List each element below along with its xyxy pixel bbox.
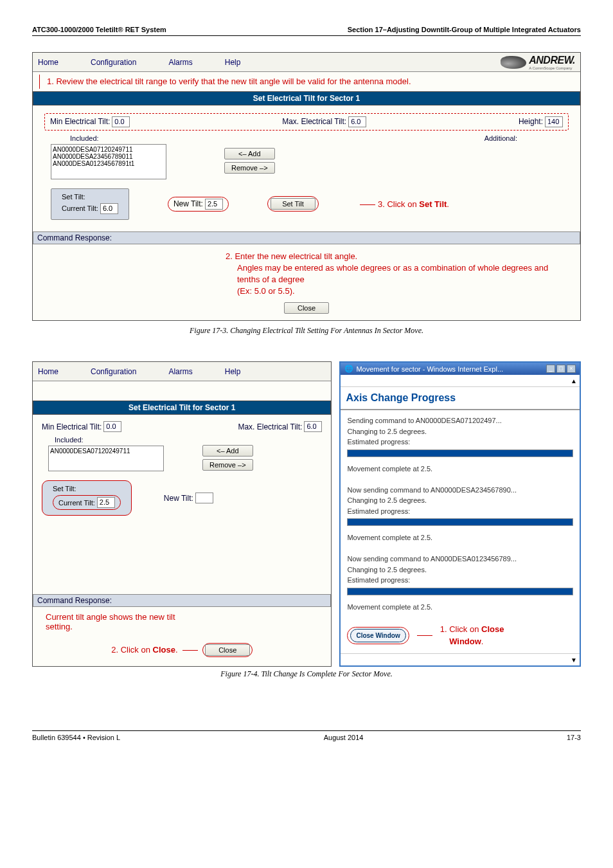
set-tilt-title: Set Tilt: <box>53 485 121 493</box>
progress-bar <box>347 449 573 457</box>
max-tilt-label: Max. Electrical Tilt: <box>238 422 302 431</box>
add-button[interactable]: <– Add <box>224 148 275 159</box>
included-label-2: Included: <box>55 436 322 444</box>
included-block: AN0000DESA07120249711 AN0000DESA23456789… <box>44 142 569 185</box>
sector-banner: Set Electrical Tilt for Sector 1 <box>33 91 580 105</box>
footer-left: Bulletin 639544 • Revision L <box>32 734 120 741</box>
doc-header: ATC300-1000/2000 Teletilt® RET System Se… <box>32 26 581 36</box>
logo-andrew: ANDREW. A CommScope Company <box>501 55 575 70</box>
progress-line: Now sending command to AN0000DESA2345678… <box>347 485 573 496</box>
new-tilt-label: New Tilt: <box>164 494 193 503</box>
menubar-2: Home Configuration Alarms Help <box>33 362 331 381</box>
progress-line: Estimated progress: <box>347 575 573 586</box>
menu-config[interactable]: Configuration <box>91 367 136 376</box>
swoosh-icon <box>501 56 526 69</box>
progress-line: Changing to 2.5 degrees. <box>347 495 573 506</box>
close-window-button[interactable]: Close Window <box>350 629 405 642</box>
logo-text: ANDREW. <box>529 55 575 66</box>
close-button-2[interactable]: Close <box>205 644 250 656</box>
device-list[interactable]: AN0000DESA07120249711 AN0000DESA23456789… <box>51 144 166 179</box>
min-tilt-label: Min Electrical Tilt: <box>50 117 110 126</box>
progress-line: Movement complete at 2.5. <box>347 532 573 543</box>
min-tilt-input[interactable]: 0.0 <box>112 116 130 127</box>
progress-line: Sending command to AN0000DESA071202497..… <box>347 415 573 426</box>
set-tilt-row: Set Tilt: Current Tilt: 6.0 New Tilt: 2.… <box>44 185 569 224</box>
progress-line: Changing to 2.5 degrees. <box>347 565 573 575</box>
command-response-label-2: Command Response: <box>33 594 331 607</box>
additional-label: Additional: <box>484 134 517 142</box>
doc-header-right: Section 17–Adjusting Downtilt-Group of M… <box>348 26 581 33</box>
progress-line: Movement complete at 2.5. <box>347 464 573 475</box>
set-tilt-button[interactable]: Set Tilt <box>271 198 315 210</box>
annotation-step2: 2. Enter the new electrical tilt angle. … <box>33 244 580 300</box>
command-response-label: Command Response: <box>33 231 580 244</box>
close-icon[interactable]: × <box>567 365 576 373</box>
ie-icon: 🌐 <box>344 365 353 373</box>
menu-alarms[interactable]: Alarms <box>168 367 192 376</box>
menu-home[interactable]: Home <box>38 367 58 376</box>
progress-line: Estimated progress: <box>347 506 573 517</box>
ie-body: Sending command to AN0000DESA071202497..… <box>341 410 580 653</box>
menu-help[interactable]: Help <box>225 58 241 67</box>
annotation-step2-line1: 2. Enter the new electrical tilt angle. <box>226 251 555 262</box>
scroll-up-icon[interactable]: ▲ <box>571 377 577 384</box>
remove-button[interactable]: Remove –> <box>202 459 253 471</box>
current-tilt-value: 6.0 <box>100 203 118 214</box>
menu-home[interactable]: Home <box>38 58 58 67</box>
menu-config[interactable]: Configuration <box>91 58 136 67</box>
current-tilt-value: 2.5 <box>97 497 115 508</box>
tilt-range-row: Min Electrical Tilt: 0.0 Max. Electrical… <box>44 113 569 131</box>
menu-alarms[interactable]: Alarms <box>168 58 192 67</box>
menubar: Home Configuration Alarms Help ANDREW. A… <box>33 53 580 72</box>
remove-button[interactable]: Remove –> <box>224 162 275 174</box>
doc-header-left: ATC300-1000/2000 Teletilt® RET System <box>32 26 166 33</box>
max-tilt-input[interactable]: 6.0 <box>348 116 366 127</box>
device-row[interactable]: AN000DESA01234567891t1 <box>53 160 164 167</box>
max-tilt-label: Max. Electrical Tilt: <box>282 117 346 126</box>
figure-17-4: Home Configuration Alarms Help Set Elect… <box>32 361 581 667</box>
ie-window: 🌐 Movement for sector - Windows Internet… <box>339 361 581 667</box>
new-tilt-input[interactable] <box>195 493 213 503</box>
progress-line: Changing to 2.5 degrees. <box>347 426 573 437</box>
scroll-down-icon[interactable]: ▼ <box>571 656 577 664</box>
device-row[interactable]: AN0000DESA07120249711 <box>53 146 164 153</box>
min-tilt-label: Min Electrical Tilt: <box>42 422 102 431</box>
annotation-click-close: 2. Click on Close. <box>111 645 177 655</box>
set-tilt-title: Set Tilt: <box>62 193 118 201</box>
current-tilt-label: Current Tilt: <box>58 499 95 507</box>
max-tilt-input[interactable]: 6.0 <box>304 421 322 432</box>
footer-right: 17-3 <box>567 734 581 741</box>
new-tilt-label: New Tilt: <box>173 199 203 208</box>
minimize-icon[interactable]: _ <box>546 365 555 373</box>
annotation-review: 1. Review the electrical tilt range to v… <box>33 72 580 91</box>
height-input[interactable]: 140 <box>545 116 563 127</box>
ie-title-text: Movement for sector - Windows Internet E… <box>356 365 503 373</box>
new-tilt-input[interactable]: 2.5 <box>205 199 223 210</box>
annotation-current-tilt: Current tilt angle shows the new tilt se… <box>46 612 187 631</box>
add-button[interactable]: <– Add <box>202 445 253 457</box>
annotation-set-tilt: 3. Click on Set Tilt. <box>378 199 449 209</box>
annotation-step2-line3: (Ex: 5.0 or 5.5). <box>226 285 555 297</box>
sector-banner-2: Set Electrical Tilt for Sector 1 <box>33 401 331 415</box>
current-tilt-label: Current Tilt: <box>62 204 98 212</box>
menu-help[interactable]: Help <box>225 367 241 376</box>
footer-center: August 2014 <box>324 734 364 741</box>
progress-bar <box>347 588 573 595</box>
maximize-icon[interactable]: □ <box>556 365 565 373</box>
min-tilt-input[interactable]: 0.0 <box>103 421 121 432</box>
set-tilt-box: Set Tilt: Current Tilt: 6.0 <box>51 188 129 220</box>
axis-change-heading: Axis Change Progress <box>341 387 580 410</box>
logo-subtext: A CommScope Company <box>529 66 575 70</box>
annotation-step2-line2: Angles may be entered as whole degrees o… <box>226 262 555 285</box>
device-row[interactable]: AN0000DESA07120249711 <box>50 448 162 455</box>
page-footer: Bulletin 639544 • Revision L August 2014… <box>32 730 581 741</box>
progress-line: Movement complete at 2.5. <box>347 602 573 613</box>
device-list-2[interactable]: AN0000DESA07120249711 <box>48 446 164 471</box>
device-row[interactable]: AN0000DESA23456789011 <box>53 153 164 160</box>
figure-caption-17-3: Figure 17-3. Changing Electrical Tilt Se… <box>32 326 581 336</box>
height-label: Height: <box>519 117 543 126</box>
new-tilt-group: New Tilt: 2.5 <box>168 197 229 212</box>
close-button[interactable]: Close <box>284 302 329 314</box>
progress-bar <box>347 518 573 526</box>
fig2-left-panel: Home Configuration Alarms Help Set Elect… <box>32 361 332 667</box>
